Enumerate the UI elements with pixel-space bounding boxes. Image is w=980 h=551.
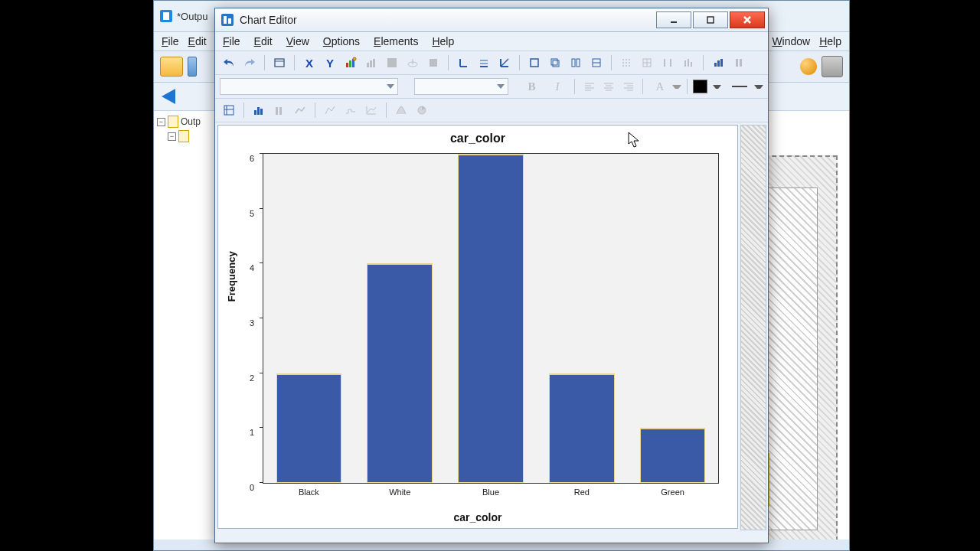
scrollbar-area[interactable] [740, 125, 766, 530]
menu-help[interactable]: Help [432, 35, 454, 47]
svg-point-33 [626, 59, 627, 60]
bar-red[interactable] [549, 373, 615, 483]
grid-dots-button[interactable] [617, 54, 635, 72]
italic-button[interactable]: I [546, 77, 570, 96]
explode-button[interactable] [709, 54, 727, 72]
minimize-button[interactable] [656, 11, 691, 28]
bar-white[interactable] [367, 263, 433, 483]
svg-rect-10 [367, 63, 369, 67]
menu-view[interactable]: View [286, 35, 309, 47]
maximize-button[interactable] [693, 11, 728, 28]
menu-file[interactable]: File [162, 35, 179, 47]
frame4-button[interactable] [587, 54, 606, 72]
menu-options[interactable]: Options [323, 35, 360, 47]
back-arrow-icon[interactable] [162, 89, 175, 104]
line-chart-button[interactable] [291, 101, 309, 119]
collapse-button[interactable] [730, 54, 748, 72]
align-right-button[interactable] [619, 77, 637, 96]
grid-toggle-button[interactable] [383, 54, 401, 72]
svg-rect-66 [224, 106, 234, 115]
axis1-button[interactable] [454, 54, 472, 72]
histogram-button[interactable] [392, 101, 410, 119]
chart-canvas[interactable]: car_color Frequency 0123456BlackWhiteBlu… [217, 125, 738, 529]
bar-green[interactable] [640, 428, 706, 483]
line-weight-button[interactable] [732, 86, 748, 87]
frame1-button[interactable] [525, 54, 544, 72]
grid-lines-button[interactable] [638, 54, 656, 72]
svg-rect-16 [430, 59, 437, 67]
variable-icon[interactable] [800, 58, 817, 75]
desktop: *Outpu File Edit Window Help −Outp − [0, 0, 980, 551]
undo-button[interactable] [220, 54, 238, 72]
spss-icon [160, 10, 172, 22]
hide-label-button[interactable] [362, 54, 381, 72]
menu-edit[interactable]: Edit [188, 35, 207, 47]
bar-blue[interactable] [458, 154, 524, 483]
area-chart-button[interactable] [321, 101, 339, 119]
y-axis-button[interactable]: Y [321, 54, 339, 72]
svg-rect-71 [260, 109, 263, 115]
fitline-button[interactable] [495, 54, 514, 72]
svg-point-39 [626, 65, 627, 67]
frame2-button[interactable] [546, 54, 564, 72]
axis2-button[interactable] [475, 54, 493, 72]
y-tick-label: 0 [250, 483, 254, 492]
tree-root-label[interactable]: Outp [181, 116, 201, 127]
menu-help[interactable]: Help [819, 35, 841, 47]
svg-rect-25 [531, 59, 538, 67]
stepped-button[interactable] [341, 101, 360, 119]
svg-point-9 [353, 57, 356, 60]
chart-editor-menubar[interactable]: File Edit View Options Elements Help [215, 32, 768, 51]
close-button[interactable] [730, 11, 765, 28]
x-axis-button[interactable]: X [300, 54, 318, 72]
refline-button[interactable] [403, 54, 422, 72]
x-axis-label[interactable]: car_color [218, 511, 737, 523]
menu-file[interactable]: File [223, 35, 240, 47]
svg-rect-7 [349, 60, 351, 67]
chart-editor-titlebar[interactable]: Chart Editor [215, 8, 768, 32]
dialog-icon[interactable] [822, 56, 843, 77]
font-size-dropdown[interactable] [414, 78, 508, 95]
font-color-button[interactable]: A [648, 77, 672, 96]
open-icon[interactable] [160, 57, 183, 77]
menu-window[interactable]: Window [772, 35, 810, 47]
font-family-dropdown[interactable] [220, 78, 398, 95]
bar-chart-button[interactable] [250, 101, 268, 119]
align-center-button[interactable] [600, 77, 618, 96]
svg-rect-1 [707, 17, 714, 23]
select-element-button[interactable] [220, 101, 238, 119]
x-tick-label: Green [661, 487, 684, 497]
y-axis-label[interactable]: Frequency [226, 251, 237, 302]
align2-button[interactable] [679, 54, 697, 72]
transpose-button[interactable] [424, 54, 443, 72]
menu-elements[interactable]: Elements [374, 35, 418, 47]
svg-point-40 [629, 65, 630, 67]
redo-button[interactable] [240, 54, 259, 72]
fill-color-swatch[interactable] [693, 80, 707, 93]
chart-editor-title: Chart Editor [240, 14, 297, 26]
pie-button[interactable] [413, 101, 431, 119]
svg-rect-4 [275, 59, 284, 67]
scatter-button[interactable] [362, 101, 381, 119]
data-label-button[interactable] [341, 54, 360, 72]
outline-tree[interactable]: −Outp − [154, 111, 216, 540]
properties-button[interactable] [270, 54, 289, 72]
x-tick-label: Red [574, 487, 590, 497]
y-tick-label: 3 [250, 318, 254, 328]
svg-point-37 [629, 62, 630, 64]
bar-black[interactable] [276, 373, 342, 483]
stacked-bar-button[interactable] [270, 101, 289, 119]
menu-edit[interactable]: Edit [254, 35, 273, 47]
frame3-button[interactable] [567, 54, 585, 72]
save-icon[interactable] [188, 57, 197, 77]
collapse-icon[interactable]: − [168, 132, 176, 141]
collapse-icon[interactable]: − [157, 118, 165, 126]
y-tick-label: 6 [250, 154, 254, 163]
svg-rect-51 [720, 59, 723, 67]
align1-button[interactable] [658, 54, 677, 72]
align-left-button[interactable] [580, 77, 598, 96]
chart-pane: car_color Frequency 0123456BlackWhiteBlu… [215, 122, 768, 531]
bold-button[interactable]: B [520, 77, 544, 96]
chart-title[interactable]: car_color [218, 132, 737, 145]
plot-area[interactable]: 0123456BlackWhiteBlueRedGreen [263, 153, 719, 484]
